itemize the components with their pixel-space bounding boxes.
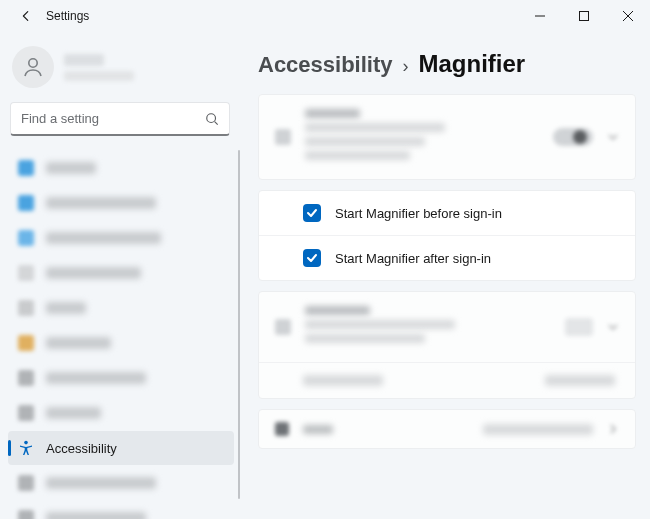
signin-options-card: Start Magnifier before sign-in Start Mag… (258, 190, 636, 281)
setting-icon (275, 129, 291, 145)
account-header[interactable] (0, 38, 240, 102)
breadcrumb-parent[interactable]: Accessibility (258, 52, 393, 78)
nav-item-accessibility[interactable]: Accessibility (8, 431, 234, 465)
setting-text (305, 109, 539, 165)
content-area: Accessibility › Magnifier (240, 32, 650, 519)
nav-item[interactable] (8, 326, 234, 360)
setting-icon (275, 422, 289, 436)
option-before-signin[interactable]: Start Magnifier before sign-in (259, 191, 635, 235)
value-text (483, 424, 593, 435)
nav-item[interactable] (8, 361, 234, 395)
nav-item[interactable] (8, 186, 234, 220)
value-badge (565, 318, 593, 336)
setting-text (303, 425, 469, 434)
option-after-signin[interactable]: Start Magnifier after sign-in (259, 235, 635, 280)
setting-card[interactable] (258, 94, 636, 180)
checkbox-before-signin[interactable] (303, 204, 321, 222)
nav-item[interactable] (8, 501, 234, 519)
nav-item[interactable] (8, 151, 234, 185)
nav-list: Accessibility (0, 150, 240, 519)
window-title: Settings (46, 9, 89, 23)
close-icon (623, 11, 633, 21)
search-box[interactable] (10, 102, 230, 136)
arrow-left-icon (19, 9, 33, 23)
check-icon (306, 252, 318, 264)
svg-point-7 (24, 441, 28, 445)
sidebar: Accessibility (0, 32, 240, 519)
check-icon (306, 207, 318, 219)
nav-item[interactable] (8, 466, 234, 500)
minimize-button[interactable] (518, 0, 562, 32)
close-button[interactable] (606, 0, 650, 32)
person-icon (21, 55, 45, 79)
checkbox-label: Start Magnifier after sign-in (335, 251, 491, 266)
settings-window: Settings (0, 0, 650, 519)
body: Accessibility Accessibility › Magnifier (0, 32, 650, 519)
setting-icon (275, 319, 291, 335)
setting-text (305, 306, 551, 348)
nav-scrollbar[interactable] (238, 150, 240, 499)
search-icon (205, 112, 219, 126)
setting-sub-row[interactable] (259, 362, 635, 398)
search-input[interactable] (21, 111, 205, 126)
page-title: Magnifier (419, 50, 526, 78)
window-controls (518, 0, 650, 32)
account-text (64, 54, 134, 81)
back-button[interactable] (12, 2, 40, 30)
svg-point-4 (29, 59, 37, 67)
checkbox-after-signin[interactable] (303, 249, 321, 267)
maximize-button[interactable] (562, 0, 606, 32)
accessibility-icon (18, 440, 34, 456)
breadcrumb: Accessibility › Magnifier (258, 50, 636, 78)
chevron-right-icon (607, 423, 619, 435)
nav-item[interactable] (8, 291, 234, 325)
checkbox-label: Start Magnifier before sign-in (335, 206, 502, 221)
minimize-icon (535, 11, 545, 21)
maximize-icon (579, 11, 589, 21)
svg-point-5 (207, 113, 216, 122)
nav-item-label: Accessibility (46, 441, 117, 456)
nav-item[interactable] (8, 256, 234, 290)
setting-card[interactable] (258, 409, 636, 449)
chevron-down-icon (607, 321, 619, 333)
avatar (12, 46, 54, 88)
titlebar: Settings (0, 0, 650, 32)
nav-item[interactable] (8, 396, 234, 430)
nav-item[interactable] (8, 221, 234, 255)
settings-cards: Start Magnifier before sign-in Start Mag… (258, 94, 636, 519)
chevron-right-icon: › (403, 56, 409, 77)
svg-line-6 (215, 121, 218, 124)
setting-card[interactable] (258, 291, 636, 399)
svg-rect-1 (580, 12, 589, 21)
chevron-down-icon (607, 131, 619, 143)
toggle-switch[interactable] (553, 128, 593, 146)
